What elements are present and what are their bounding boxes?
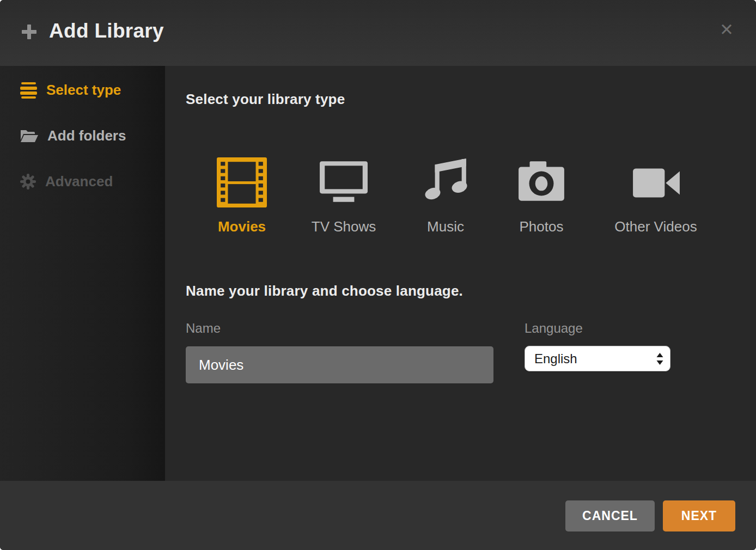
video-camera-icon: [631, 157, 681, 209]
open-folder-icon: [20, 128, 39, 143]
sidebar-item-advanced: Advanced: [20, 169, 113, 193]
gear-icon: [20, 173, 36, 190]
select-stepper-icon: [656, 352, 664, 365]
sidebar-item-select-type[interactable]: Select type: [20, 78, 121, 102]
dialog-title: Add Library: [49, 20, 164, 42]
camera-icon: [516, 157, 566, 209]
library-type-label: Photos: [520, 218, 564, 235]
plus-icon: [21, 23, 38, 42]
sidebar-item-label: Advanced: [45, 173, 113, 190]
cancel-button[interactable]: CANCEL: [565, 500, 655, 531]
language-select-value: English: [534, 351, 656, 366]
library-type-other-videos[interactable]: Other Videos: [615, 157, 697, 235]
language-select[interactable]: English: [525, 346, 670, 371]
sidebar-item-label: Add folders: [47, 127, 126, 144]
name-language-heading: Name your library and choose language.: [186, 283, 463, 300]
tv-icon: [319, 157, 369, 209]
language-field-label: Language: [525, 321, 583, 336]
sidebar-item-add-folders[interactable]: Add folders: [20, 124, 126, 148]
list-icon: [20, 82, 38, 99]
close-button[interactable]: ✕: [714, 16, 740, 42]
library-type-label: Other Videos: [614, 218, 697, 235]
library-type-photos[interactable]: Photos: [501, 157, 582, 235]
library-type-music[interactable]: Music: [405, 157, 486, 235]
next-button[interactable]: NEXT: [663, 500, 735, 531]
music-notes-icon: [420, 157, 471, 209]
main-panel: Select your library type: [165, 66, 756, 481]
library-type-row: Movies TV Shows: [201, 157, 697, 235]
close-icon: ✕: [720, 20, 734, 39]
sidebar-item-label: Select type: [46, 82, 121, 99]
library-type-label: Movies: [218, 218, 266, 235]
add-library-dialog: Add Library ✕ Select type: [0, 0, 756, 550]
wizard-steps-sidebar: Select type Add folders: [0, 66, 165, 481]
library-type-label: Music: [427, 218, 464, 235]
dialog-footer: CANCEL NEXT: [0, 481, 756, 550]
dialog-header: Add Library ✕: [0, 0, 756, 66]
name-field-label: Name: [186, 321, 221, 336]
film-strip-icon: [217, 157, 267, 209]
library-type-movies[interactable]: Movies: [201, 157, 283, 235]
library-type-label: TV Shows: [312, 218, 376, 235]
library-name-input[interactable]: [186, 346, 493, 383]
library-type-tv-shows[interactable]: TV Shows: [303, 157, 385, 235]
library-type-heading: Select your library type: [186, 91, 345, 108]
